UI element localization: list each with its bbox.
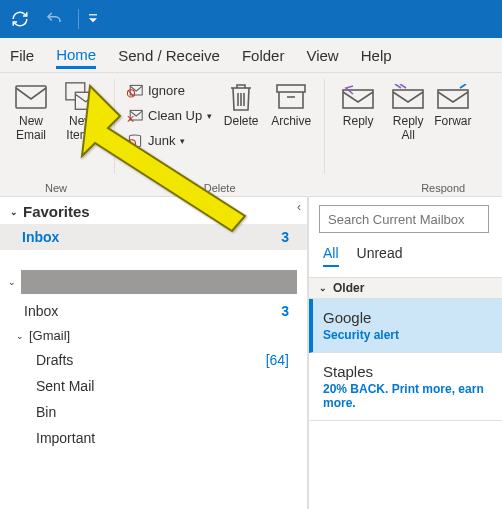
envelope-icon — [14, 83, 48, 111]
forward-label: Forward — [434, 115, 472, 129]
junk-button[interactable]: Junk▾ — [123, 131, 216, 150]
tab-view[interactable]: View — [306, 42, 338, 69]
junk-icon — [127, 134, 143, 148]
chevron-down-icon: ⌄ — [10, 207, 18, 217]
reply-all-label: Reply All — [393, 115, 424, 143]
account-section[interactable]: ⌄ — [0, 266, 307, 298]
new-items-label: New Items — [66, 115, 95, 143]
svg-rect-8 — [277, 85, 305, 92]
tree-drafts[interactable]: Drafts [64] — [0, 347, 307, 373]
message-sender: Google — [323, 309, 502, 326]
tab-send-receive[interactable]: Send / Receive — [118, 42, 220, 69]
search-box[interactable] — [319, 205, 502, 233]
ribbon-group-respond: Reply Reply All Forward Respond — [327, 73, 479, 196]
reply-all-icon — [391, 83, 425, 111]
svg-rect-0 — [89, 14, 97, 15]
archive-button[interactable]: Archive — [266, 77, 316, 182]
group-label-delete: Delete — [123, 182, 316, 196]
tree-important[interactable]: Important — [0, 425, 307, 451]
cleanup-icon — [127, 109, 143, 123]
svg-rect-1 — [16, 86, 46, 108]
svg-rect-3 — [75, 92, 96, 109]
filter-all[interactable]: All — [323, 245, 339, 267]
svg-rect-6 — [130, 110, 142, 120]
chevron-down-icon: ⌄ — [8, 277, 16, 287]
filter-tabs: All Unread — [309, 233, 502, 267]
forward-button[interactable]: Forward — [433, 77, 473, 182]
message-subject: Security alert — [323, 328, 502, 342]
undo-icon[interactable] — [40, 5, 68, 33]
favorites-section[interactable]: ⌄ Favorites — [0, 197, 307, 224]
new-email-label: New Email — [16, 115, 46, 143]
message-sender: Staples — [323, 363, 502, 380]
svg-rect-11 — [438, 90, 468, 108]
tree-inbox[interactable]: Inbox 3 — [0, 298, 307, 324]
new-email-button[interactable]: New Email — [6, 77, 56, 182]
reply-button[interactable]: Reply — [333, 77, 383, 182]
tab-home[interactable]: Home — [56, 41, 96, 69]
trash-icon — [224, 83, 258, 111]
collapse-icon[interactable]: ‹ — [297, 200, 301, 214]
reply-icon — [341, 83, 375, 111]
delete-label: Delete — [224, 115, 259, 129]
tab-help[interactable]: Help — [361, 42, 392, 69]
group-label-respond: Respond — [333, 182, 473, 196]
reply-all-button[interactable]: Reply All — [383, 77, 433, 182]
svg-rect-9 — [343, 90, 373, 108]
filter-unread[interactable]: Unread — [357, 245, 403, 267]
search-input[interactable] — [319, 205, 489, 233]
chevron-down-icon: ⌄ — [319, 283, 327, 293]
ignore-icon — [127, 84, 143, 98]
reply-label: Reply — [343, 115, 374, 129]
message-item[interactable]: Staples 20% BACK. Print more, earn more. — [309, 353, 502, 421]
title-bar — [0, 0, 502, 38]
tab-folder[interactable]: Folder — [242, 42, 285, 69]
archive-label: Archive — [271, 115, 311, 129]
customize-qat-icon[interactable] — [89, 12, 97, 26]
message-item[interactable]: Google Security alert — [309, 299, 502, 353]
delete-button[interactable]: Delete — [216, 77, 266, 182]
ignore-button[interactable]: Ignore — [123, 81, 216, 100]
group-header-older[interactable]: ⌄ Older — [309, 277, 502, 299]
group-label-new: New — [6, 182, 106, 196]
new-items-icon — [64, 83, 98, 111]
account-name[interactable] — [21, 270, 297, 294]
main-area: ‹ ⌄ Favorites Inbox 3 ⌄ Inbox 3 ⌄ [Gmail… — [0, 197, 502, 509]
new-items-button[interactable]: New Items — [56, 77, 106, 182]
tab-file[interactable]: File — [10, 42, 34, 69]
ribbon: New Email New Items New Ignore Clean Up▾ — [0, 73, 502, 197]
forward-icon — [436, 83, 470, 111]
tree-bin[interactable]: Bin — [0, 399, 307, 425]
ribbon-group-new: New Email New Items New — [0, 73, 112, 196]
message-subject: 20% BACK. Print more, earn more. — [323, 382, 502, 410]
tree-gmail[interactable]: ⌄ [Gmail] — [0, 324, 307, 347]
message-list-pane: All Unread ⌄ Older Google Security alert… — [308, 197, 502, 509]
svg-rect-10 — [393, 90, 423, 108]
sync-icon[interactable] — [6, 5, 34, 33]
favorites-inbox[interactable]: Inbox 3 — [0, 224, 307, 250]
ribbon-group-delete: Ignore Clean Up▾ Junk▾ Delete — [117, 73, 322, 196]
ribbon-tabs: File Home Send / Receive Folder View Hel… — [0, 38, 502, 73]
archive-icon — [274, 83, 308, 111]
chevron-down-icon: ⌄ — [16, 331, 24, 341]
cleanup-button[interactable]: Clean Up▾ — [123, 106, 216, 125]
folder-pane: ‹ ⌄ Favorites Inbox 3 ⌄ Inbox 3 ⌄ [Gmail… — [0, 197, 308, 509]
tree-sent-mail[interactable]: Sent Mail — [0, 373, 307, 399]
